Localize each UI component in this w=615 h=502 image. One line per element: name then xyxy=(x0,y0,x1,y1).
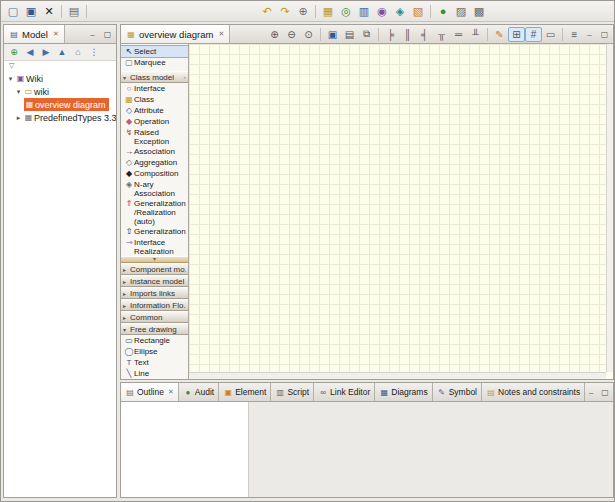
close-icon[interactable]: ✕ xyxy=(168,388,174,396)
palette-group-imports-links[interactable]: ▸ Imports links xyxy=(121,287,188,299)
new-use-case-diagram-icon[interactable]: ◎ xyxy=(337,3,355,20)
palette-group-free-drawing[interactable]: ▾ Free drawing xyxy=(121,323,188,335)
palette-item-line[interactable]: ╲ Line xyxy=(121,368,188,379)
palette-item-aggregation[interactable]: ◇ Aggregation xyxy=(121,157,188,168)
home-icon[interactable]: ⌂ xyxy=(70,45,86,60)
expander-icon[interactable]: ▾ xyxy=(14,88,23,96)
delete-icon[interactable]: ✕ xyxy=(40,3,58,20)
tree-item-overview-diagram[interactable]: ▦ overview diagram xyxy=(4,98,116,111)
zoom-in-icon[interactable]: ⊕ xyxy=(266,27,283,42)
print-icon[interactable]: ▤ xyxy=(65,3,83,20)
tab-element[interactable]: ▣ Element xyxy=(219,383,271,401)
tab-overview-diagram[interactable]: ▦ overview diagram ✕ xyxy=(121,25,230,43)
palette-item-interface[interactable]: ○ Interface xyxy=(121,83,188,94)
palette-item-n-ary-association[interactable]: ◈ N-ary Association xyxy=(121,179,188,198)
align-bottom-icon[interactable]: ╨ xyxy=(467,27,484,42)
palette-group-common[interactable]: ▸ Common xyxy=(121,311,188,323)
palette-item-select[interactable]: ↖ Select xyxy=(121,46,188,57)
expander-icon[interactable]: ▸ xyxy=(14,114,23,122)
new-activity-diagram-icon[interactable]: ◈ xyxy=(391,3,409,20)
close-icon[interactable]: ✕ xyxy=(218,30,224,38)
toolbar-overflow-chevron[interactable]: ▽ xyxy=(4,62,116,72)
editor-body: ↖ Select ▢ Marquee ▾ Class model ◦ ○ Int… xyxy=(121,44,613,379)
new-model-icon[interactable]: ▢ xyxy=(4,3,22,20)
expander-icon[interactable]: ▾ xyxy=(6,75,15,83)
new-sequence-diagram-icon[interactable]: ▥ xyxy=(355,3,373,20)
save-icon[interactable]: ▣ xyxy=(22,3,40,20)
view-menu-icon[interactable]: ⋮ xyxy=(86,45,102,60)
align-center-icon[interactable]: ║ xyxy=(399,27,416,42)
zoom-out-icon[interactable]: ⊖ xyxy=(283,27,300,42)
maximize-icon[interactable]: ▢ xyxy=(598,28,611,41)
up-icon[interactable]: ▲ xyxy=(54,45,70,60)
minimize-icon[interactable]: – xyxy=(86,28,99,41)
tab-notes-constraints[interactable]: ▤ Notes and constraints xyxy=(482,383,585,401)
align-middle-icon[interactable]: ═ xyxy=(450,27,467,42)
palette-item-text[interactable]: T Text xyxy=(121,357,188,368)
horizontal-scrollbar[interactable] xyxy=(189,372,606,379)
pin-icon[interactable]: ◦ xyxy=(184,74,186,81)
tab-outline[interactable]: ▤ Outline ✕ xyxy=(121,383,179,401)
new-class-diagram-icon[interactable]: ▦ xyxy=(319,3,337,20)
tab-diagrams[interactable]: ▦ Diagrams xyxy=(375,383,432,401)
undo-icon[interactable]: ↶ xyxy=(258,3,276,20)
redo-icon[interactable]: ↷ xyxy=(276,3,294,20)
format-style-icon[interactable]: ✎ xyxy=(491,27,508,42)
properties-icon[interactable]: ≡ xyxy=(566,27,583,42)
palette-item-marquee[interactable]: ▢ Marquee xyxy=(121,57,188,68)
close-icon[interactable]: ✕ xyxy=(53,30,59,38)
palette-item-rectangle[interactable]: ▭ Rectangle xyxy=(121,335,188,346)
palette-item-association[interactable]: → Association xyxy=(121,146,188,157)
palette-item-attribute[interactable]: ◇ Attribute xyxy=(121,105,188,116)
modules-icon[interactable]: ▩ xyxy=(470,3,488,20)
outline-view-content[interactable] xyxy=(121,402,249,497)
palette-scroll-indicator[interactable]: ▾ xyxy=(121,256,188,263)
tab-link-editor[interactable]: ∞ Link Editor xyxy=(314,383,375,401)
page-bounds-icon[interactable]: ▭ xyxy=(542,27,559,42)
new-element-icon[interactable]: ⊕ xyxy=(6,45,22,60)
print-diagram-icon[interactable]: ▤ xyxy=(341,27,358,42)
maximize-icon[interactable]: ▢ xyxy=(599,386,611,399)
vertical-scrollbar[interactable] xyxy=(606,44,613,372)
tab-model[interactable]: ▤ Model ✕ xyxy=(4,25,65,43)
bottom-panel: ▤ Outline ✕ ● Audit ▣ Element ▥ Script ∞… xyxy=(120,382,614,498)
tab-script[interactable]: ▥ Script xyxy=(271,383,314,401)
minimize-icon[interactable]: – xyxy=(585,386,597,399)
palette-group-instance-model[interactable]: ▸ Instance model xyxy=(121,275,188,287)
tree-item-wiki-package[interactable]: ▾ ▭ wiki xyxy=(4,85,116,98)
new-deployment-diagram-icon[interactable]: ▧ xyxy=(409,3,427,20)
zoom-fit-icon[interactable]: ⊙ xyxy=(300,27,317,42)
palette-item-generalization-realization-auto[interactable]: ⇑ Generalization/Realization (auto) xyxy=(121,198,188,226)
align-left-icon[interactable]: ╞ xyxy=(382,27,399,42)
forward-icon[interactable]: ▶ xyxy=(38,45,54,60)
maximize-icon[interactable]: ▢ xyxy=(101,28,114,41)
align-right-icon[interactable]: ╡ xyxy=(416,27,433,42)
outline-view-body xyxy=(121,402,613,497)
new-state-diagram-icon[interactable]: ◉ xyxy=(373,3,391,20)
palette-item-operation[interactable]: ◆ Operation xyxy=(121,116,188,127)
tab-audit[interactable]: ● Audit xyxy=(179,383,219,401)
palette-item-interface-realization[interactable]: ⊸ Interface Realization xyxy=(121,237,188,256)
palette-group-component-model[interactable]: ▸ Component mo... xyxy=(121,263,188,275)
palette-item-raised-exception[interactable]: ↯ Raised Exception xyxy=(121,127,188,146)
palette-item-composition[interactable]: ◆ Composition xyxy=(121,168,188,179)
back-icon[interactable]: ◀ xyxy=(22,45,38,60)
copy-to-clipboard-icon[interactable]: ⧉ xyxy=(358,27,375,42)
palette-item-class[interactable]: ▦ Class xyxy=(121,94,188,105)
palette-item-ellipse[interactable]: ◯ Ellipse xyxy=(121,346,188,357)
audit-model-icon[interactable]: ● xyxy=(434,3,452,20)
tree-item-predefined-types[interactable]: ▸ ▦ PredefinedTypes 3.3.00 xyxy=(4,111,116,124)
zoom-icon[interactable]: ⊕ xyxy=(294,3,312,20)
minimize-icon[interactable]: – xyxy=(583,28,596,41)
show-grid-icon[interactable]: # xyxy=(525,27,542,42)
save-as-image-icon[interactable]: ▣ xyxy=(324,27,341,42)
palette-group-information-flows[interactable]: ▸ Information Flo... xyxy=(121,299,188,311)
align-top-icon[interactable]: ╥ xyxy=(433,27,450,42)
diagram-canvas[interactable] xyxy=(189,44,606,372)
palette-group-class-model[interactable]: ▾ Class model ◦ xyxy=(121,71,188,83)
console-icon[interactable]: ▨ xyxy=(452,3,470,20)
palette-item-generalization[interactable]: ⇧ Generalization xyxy=(121,226,188,237)
snap-to-grid-icon[interactable]: ⊞ xyxy=(508,27,525,42)
tree-item-wiki-project[interactable]: ▾ ▣ Wiki xyxy=(4,72,116,85)
tab-symbol[interactable]: ✎ Symbol xyxy=(433,383,482,401)
